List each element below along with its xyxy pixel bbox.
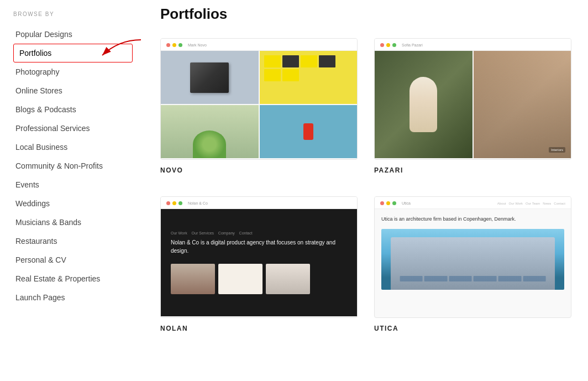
pazari-left — [375, 51, 473, 158]
pazari-content: Interiors — [375, 51, 571, 158]
card1 — [264, 55, 281, 67]
dot-red-u — [380, 201, 384, 205]
utica-nav: About Our Work Our Team News Contact — [497, 202, 565, 205]
window1 — [400, 276, 423, 281]
template-preview-nolan: Nolan & Co Our Work Our Services Company… — [160, 196, 358, 318]
nolan-img1-inner — [171, 264, 215, 294]
page-title: Portfolios — [160, 6, 571, 23]
dot-green-u — [392, 201, 396, 205]
browser-dots-utica — [380, 201, 396, 205]
template-card-novo[interactable]: Mark Novo — [160, 38, 358, 174]
novo-content — [161, 51, 357, 158]
utica-content: Utica is an architecture firm based in C… — [375, 209, 571, 316]
utica-building — [381, 229, 564, 290]
browser-dots-nolan — [166, 201, 182, 205]
window2 — [424, 276, 448, 281]
card4 — [319, 55, 335, 67]
sidebar-item-launch-pages[interactable]: Launch Pages — [13, 288, 133, 307]
template-preview-pazari: Sofia Pazari Inte — [374, 38, 571, 160]
sidebar-item-local-business[interactable]: Local Business — [13, 138, 133, 156]
nolan-img3 — [266, 264, 310, 294]
utica-body: Utica is an architecture firm based in C… — [375, 209, 571, 296]
sidebar-nav: Popular DesignsPortfoliosPhotographyOnli… — [13, 25, 133, 307]
card6 — [282, 69, 299, 81]
card3 — [301, 55, 317, 67]
utica-template-name: UTICA — [374, 325, 571, 332]
pazari-header-name: Sofia Pazari — [402, 43, 423, 47]
template-preview-novo: Mark Novo — [160, 38, 358, 160]
can-shape — [303, 123, 313, 140]
dot-yellow-n — [172, 201, 176, 205]
nolan-img1 — [171, 264, 215, 294]
browser-dots-pazari — [380, 43, 396, 47]
plant-shape — [193, 131, 226, 158]
novo-cell-yellow — [260, 51, 358, 104]
dot-red-n — [166, 201, 170, 205]
card2 — [282, 55, 299, 67]
sidebar-item-online-stores[interactable]: Online Stores — [13, 81, 133, 100]
dot-green — [179, 43, 182, 47]
novo-cell-can — [260, 105, 358, 158]
pazari-template-name: PAZARI — [374, 166, 571, 174]
dot-red — [166, 43, 170, 47]
utica-header-name: Utica — [402, 201, 411, 205]
sidebar-item-blogs-podcasts[interactable]: Blogs & Podcasts — [13, 100, 133, 119]
browser-bar-pazari: Sofia Pazari — [375, 39, 571, 51]
dot-yellow — [172, 43, 176, 47]
window5 — [498, 276, 522, 281]
sidebar-item-musicians-bands[interactable]: Musicians & Bands — [13, 213, 133, 232]
novo-cell-book — [161, 51, 259, 104]
sidebar-item-weddings[interactable]: Weddings — [13, 194, 133, 213]
sidebar-item-personal-cv[interactable]: Personal & CV — [13, 250, 133, 269]
interiors-label: Interiors — [549, 147, 565, 153]
book-image — [190, 62, 229, 93]
sidebar-item-professional-services[interactable]: Professional Services — [13, 119, 133, 138]
yellow-cards — [260, 51, 358, 86]
dot-green-n — [179, 201, 182, 205]
sidebar-item-popular-designs[interactable]: Popular Designs — [13, 25, 133, 44]
nolan-description: Nolan & Co is a digital product agency t… — [171, 238, 347, 255]
pazari-right: Interiors — [474, 51, 571, 158]
nolan-img2 — [218, 264, 262, 294]
sidebar-item-portfolios[interactable]: Portfolios — [13, 44, 133, 62]
browser-bar-nolan: Nolan & Co — [161, 197, 357, 209]
window6 — [523, 276, 546, 281]
browser-dots-novo — [166, 43, 182, 47]
dot-yellow-p — [386, 43, 390, 47]
woman-area — [375, 51, 473, 158]
woman-silhouette — [410, 77, 437, 132]
template-preview-utica: Utica About Our Work Our Team News Conta… — [374, 196, 571, 318]
dot-yellow-u — [386, 201, 390, 205]
browse-by-label: BROWSE BY — [13, 11, 133, 17]
interior-overlay — [474, 51, 571, 158]
template-card-pazari[interactable]: Sofia Pazari Inte — [374, 38, 571, 174]
sidebar-item-events[interactable]: Events — [13, 175, 133, 194]
nolan-template-name: NOLAN — [160, 325, 358, 332]
nolan-header-name: Nolan & Co — [188, 201, 208, 205]
browser-bar-novo: Mark Novo — [161, 39, 357, 51]
main-content: Portfolios Mark Novo — [144, 0, 588, 381]
nolan-content: Our Work Our Services Company Contact No… — [161, 209, 357, 316]
sidebar-item-real-estate[interactable]: Real Estate & Properties — [13, 269, 133, 288]
sidebar-item-photography[interactable]: Photography — [13, 62, 133, 81]
sidebar-item-community-nonprofits[interactable]: Community & Non-Profits — [13, 156, 133, 175]
browser-bar-utica: Utica About Our Work Our Team News Conta… — [375, 197, 571, 209]
template-card-nolan[interactable]: Nolan & Co Our Work Our Services Company… — [160, 196, 358, 332]
nolan-nav: Our Work Our Services Company Contact — [171, 231, 347, 235]
utica-description: Utica is an architecture firm based in C… — [381, 216, 564, 223]
template-card-utica[interactable]: Utica About Our Work Our Team News Conta… — [374, 196, 571, 332]
building-facade — [391, 237, 555, 290]
building-windows — [400, 276, 546, 281]
window4 — [474, 276, 497, 281]
sidebar: BROWSE BY Popular DesignsPortfoliosPhoto… — [0, 0, 144, 381]
sidebar-item-restaurants[interactable]: Restaurants — [13, 232, 133, 250]
nolan-images-row — [171, 264, 347, 294]
novo-header-name: Mark Novo — [188, 43, 207, 47]
dot-red-p — [380, 43, 384, 47]
window3 — [449, 276, 472, 281]
novo-cell-plant — [161, 105, 259, 158]
dot-green-p — [392, 43, 396, 47]
novo-template-name: NOVO — [160, 166, 358, 174]
card5 — [264, 69, 281, 81]
templates-grid: Mark Novo — [160, 38, 571, 332]
